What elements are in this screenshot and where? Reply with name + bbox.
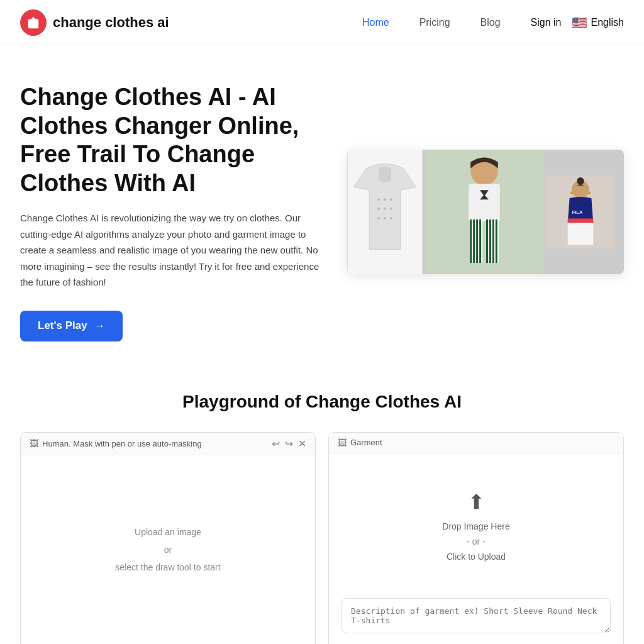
garment-or-text: - or - [467,536,486,547]
hero-title: Change Clothes AI - AI Clothes Changer O… [20,83,322,197]
redo-button[interactable]: ↪ [285,438,293,450]
language-label: English [591,17,624,28]
human-label-text: Human. Mask with pen or use auto-masking [42,439,202,448]
human-upload-area[interactable]: Upload an image or select the draw tool … [21,455,315,644]
logo-link[interactable]: change clothes ai [20,9,169,36]
upload-line1: Upload an image [135,523,201,541]
sign-in-button[interactable]: Sign in [531,17,562,28]
garment-panel-header: 🖼 Garment [329,433,623,453]
collage-cell-2 [425,150,544,274]
svg-point-4 [377,208,380,211]
garment-upload-icon: ⬆ [468,490,485,514]
svg-rect-19 [486,219,488,263]
collage-cell-1 [347,150,423,274]
language-selector[interactable]: 🇺🇸 English [572,15,624,30]
svg-point-2 [384,199,386,201]
image-icon: 🖼 [30,438,38,448]
cta-label: Let's Play [38,319,87,332]
svg-rect-21 [492,219,494,263]
nav-pricing[interactable]: Pricing [419,17,450,28]
undo-button[interactable]: ↩ [272,438,280,450]
svg-rect-16 [473,219,475,263]
svg-point-5 [384,208,386,211]
collage-grid: FILA FILA [347,150,624,274]
logo-icon [20,9,47,36]
navbar: change clothes ai Home Pricing Blog Sign… [0,0,644,45]
svg-rect-29 [568,223,594,245]
human-panel: 🖼 Human. Mask with pen or use auto-maski… [20,432,316,644]
garment-upload-area[interactable]: ⬆ Drop Image Here - or - Click to Upload [329,453,623,598]
svg-point-32 [588,192,591,195]
garment-panel-label: 🖼 Garment [338,438,382,448]
svg-point-30 [577,177,584,185]
garment-panel: 🖼 Garment ⬆ Drop Image Here - or - Click… [328,432,624,644]
collage-cell-5 [617,214,624,274]
svg-point-3 [390,199,392,201]
garment-description-input[interactable] [341,598,611,633]
garment-click-text: Click to Upload [447,552,506,562]
playground-section: Playground of Change Clothes AI 🖼 Human.… [0,367,644,644]
cta-arrow-icon: → [94,319,105,333]
svg-point-1 [377,199,380,201]
playground-container: 🖼 Human. Mask with pen or use auto-maski… [20,432,624,644]
collage-cell-4: FILA [546,150,615,274]
collage-cell-3: FILA [617,150,624,213]
garment-image-icon: 🖼 [338,438,347,448]
logo-text: change clothes ai [53,14,169,31]
nav-blog[interactable]: Blog [480,17,501,28]
hero-text: Change Clothes AI - AI Clothes Changer O… [20,83,322,341]
human-panel-label: 🖼 Human. Mask with pen or use auto-maski… [30,438,202,448]
hero-section: Change Clothes AI - AI Clothes Changer O… [0,45,644,367]
close-button[interactable]: ✕ [298,438,306,450]
section-title: Playground of Change Clothes AI [20,392,624,412]
svg-rect-22 [496,219,497,263]
svg-point-6 [390,208,392,211]
svg-rect-15 [470,219,472,263]
svg-rect-18 [479,219,481,263]
svg-rect-28 [568,219,594,223]
hero-collage: FILA FILA [347,150,624,274]
svg-rect-12 [469,184,500,221]
svg-point-9 [390,217,392,219]
svg-rect-20 [489,219,491,263]
svg-point-7 [377,217,380,219]
human-panel-header: 🖼 Human. Mask with pen or use auto-maski… [21,433,315,455]
upload-line2: or [164,541,172,558]
upload-line3: select the draw tool to start [115,558,220,576]
garment-drop-text: Drop Image Here [442,521,509,531]
flag-icon: 🇺🇸 [572,15,587,30]
svg-point-31 [570,192,574,195]
svg-point-8 [384,217,386,219]
nav-links: Home Pricing Blog [362,17,501,28]
hero-description: Change Clothes AI is revolutionizing the… [20,210,322,291]
cta-button[interactable]: Let's Play → [20,311,123,341]
svg-text:FILA: FILA [572,209,583,215]
garment-label-text: Garment [350,438,382,447]
panel-actions: ↩ ↪ ✕ [272,438,306,450]
nav-right: Sign in 🇺🇸 English [531,15,624,30]
nav-home[interactable]: Home [362,17,389,28]
svg-rect-17 [476,219,478,263]
